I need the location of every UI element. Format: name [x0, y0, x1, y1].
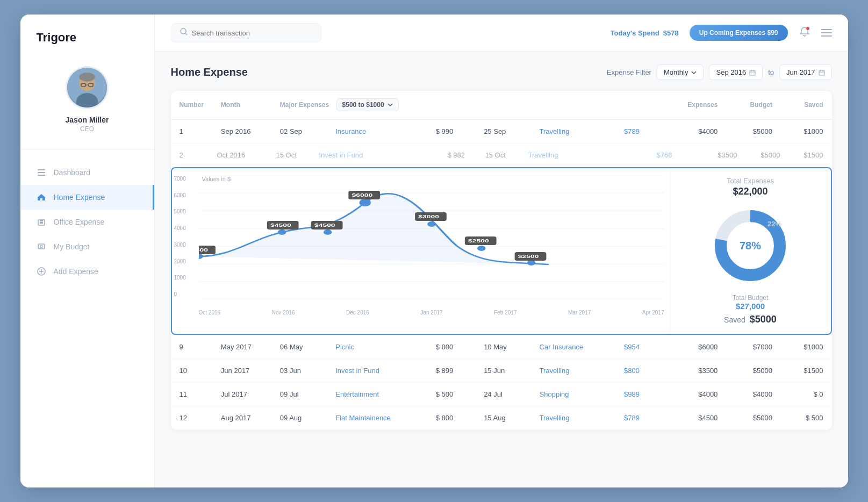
- total-budget-info: Total Budget $27,000: [733, 294, 769, 311]
- row-date2: 10 May: [475, 335, 530, 359]
- main-content: Today's Spend $578 Up Coming Expenses $9…: [155, 15, 848, 487]
- monthly-filter-select[interactable]: Monthly: [657, 64, 704, 80]
- calendar-to-icon: [819, 69, 825, 76]
- row-month: Jun 2017: [212, 359, 271, 383]
- donut-pct-remaining: 22%: [767, 220, 781, 228]
- chevron-down-icon: [691, 71, 697, 74]
- row-expense2: Shopping: [531, 383, 615, 406]
- search-icon: [180, 28, 188, 38]
- search-input[interactable]: [192, 29, 312, 37]
- row-expense1: Flat Maintainence: [327, 406, 427, 430]
- bell-icon[interactable]: [799, 26, 810, 40]
- svg-point-42: [323, 230, 331, 235]
- row-date2: 25 Sep: [475, 119, 530, 144]
- donut-pct-used: 78%: [740, 240, 761, 252]
- row-date1: 09 Jul: [271, 383, 327, 406]
- sidebar-navigation: Dashboard Home Expense: [20, 160, 154, 487]
- app-logo: Trigore: [20, 31, 154, 55]
- line-chart: Values in $ 7000 6000 5000 4000 3000: [172, 168, 670, 319]
- svg-text:$2500: $2500: [468, 238, 489, 243]
- row-number: 9: [171, 335, 212, 359]
- row-expense1: Insurance: [327, 119, 427, 144]
- row-expenses: $3500: [661, 359, 726, 383]
- row-expenses: $4000: [661, 119, 726, 144]
- row2-amount2: $760: [657, 151, 694, 159]
- svg-point-23: [806, 27, 809, 30]
- row-month: Sep 2016: [212, 119, 271, 144]
- table-row: 1 Sep 2016 02 Sep Insurance $ 990 25 Sep…: [171, 119, 832, 144]
- row-amount2: $789: [615, 119, 661, 144]
- svg-rect-11: [40, 222, 41, 224]
- svg-rect-7: [38, 169, 45, 170]
- menu-icon[interactable]: [821, 29, 832, 37]
- svg-text:$4500: $4500: [270, 223, 291, 228]
- chart-svg: $3500 $4500: [199, 176, 664, 299]
- row2-amount1: $ 982: [448, 151, 485, 159]
- monthly-filter-value: Monthly: [664, 68, 688, 76]
- profile-title: CEO: [80, 125, 94, 133]
- sidebar-item-home-expense[interactable]: Home Expense: [20, 185, 154, 210]
- sidebar-item-add-expense-label: Add Expense: [54, 267, 98, 276]
- row-date1: 09 Aug: [271, 406, 327, 430]
- saved-value: $5000: [750, 314, 777, 325]
- app-container: Trigore: [20, 15, 848, 487]
- search-bar[interactable]: [171, 23, 321, 42]
- filter-date-to[interactable]: Jun 2017: [779, 64, 832, 80]
- expense-filter-dropdown[interactable]: $500 to $1000: [336, 98, 399, 111]
- list-icon: [37, 168, 46, 177]
- chart-y-axis: 7000 6000 5000 4000 3000 2000 1000 0: [174, 176, 186, 297]
- row-amount2: $989: [615, 383, 661, 406]
- svg-point-41: [277, 230, 285, 235]
- svg-text:$3500: $3500: [199, 247, 209, 253]
- row-date2: 24 Jul: [475, 383, 530, 406]
- row-amount2: $954: [615, 335, 661, 359]
- page-header: Home Expense Expense Filter Monthly Sep …: [171, 64, 832, 80]
- row-saved: $1000: [781, 119, 832, 144]
- row2-date1: 15 Oct: [276, 151, 319, 159]
- table-row: 10 Jun 2017 03 Jun Invest in Fund $ 899 …: [171, 359, 832, 383]
- filter-to-value: Jun 2017: [786, 68, 815, 76]
- donut-total-expenses: $22,000: [733, 186, 767, 197]
- row2-budget: $5000: [737, 151, 780, 159]
- sidebar-item-office-expense[interactable]: Office Expense: [20, 210, 154, 234]
- row-budget: $7000: [726, 335, 781, 359]
- svg-rect-13: [40, 220, 43, 221]
- row-expense2: Travelling: [531, 359, 615, 383]
- col-month: Month: [212, 91, 271, 119]
- row-budget: $4000: [726, 383, 781, 406]
- svg-point-43: [359, 199, 371, 206]
- row-number: 12: [171, 406, 212, 430]
- svg-text:$3000: $3000: [418, 214, 439, 219]
- col-expenses: Expenses: [661, 91, 726, 119]
- sidebar-item-dashboard[interactable]: Dashboard: [20, 160, 154, 185]
- header-right: Today's Spend $578 Up Coming Expenses $9…: [611, 25, 832, 41]
- todays-spend-value: $578: [663, 29, 679, 37]
- row-budget: $5000: [726, 119, 781, 144]
- svg-rect-14: [38, 244, 45, 249]
- office-icon: [37, 217, 46, 227]
- chart-row-cell: 2 Oct 2016 15 Oct Invest in Fund $ 982 1…: [171, 144, 832, 335]
- menu-line-1: [821, 29, 832, 30]
- svg-rect-24: [750, 70, 755, 75]
- sidebar-item-home-expense-label: Home Expense: [54, 193, 105, 202]
- svg-text:$6000: $6000: [351, 192, 372, 198]
- sidebar-item-add-expense[interactable]: Add Expense: [20, 259, 154, 284]
- svg-rect-12: [41, 222, 43, 224]
- top-header: Today's Spend $578 Up Coming Expenses $9…: [155, 15, 848, 52]
- chart-x-axis: Oct 2016 Nov 2016 Dec 2016 Jan 2017 Feb …: [199, 310, 664, 315]
- row2-saved: $1500: [780, 151, 823, 159]
- row-date1: 03 Jun: [271, 359, 327, 383]
- row-date1: 06 May: [271, 335, 327, 359]
- filter-date-from[interactable]: Sep 2016: [709, 64, 763, 80]
- sidebar-item-office-expense-label: Office Expense: [54, 218, 105, 226]
- svg-point-44: [427, 221, 435, 227]
- plus-icon: [37, 267, 46, 276]
- col-budget: Budget: [726, 91, 781, 119]
- upcoming-expenses-button[interactable]: Up Coming Expenses $99: [690, 25, 788, 41]
- page-title: Home Expense: [171, 66, 248, 78]
- svg-point-46: [527, 260, 535, 266]
- avatar: [66, 66, 109, 109]
- row-number: 11: [171, 383, 212, 406]
- row-expense1: Entertainment: [327, 383, 427, 406]
- sidebar-item-my-budget[interactable]: My Budget: [20, 234, 154, 259]
